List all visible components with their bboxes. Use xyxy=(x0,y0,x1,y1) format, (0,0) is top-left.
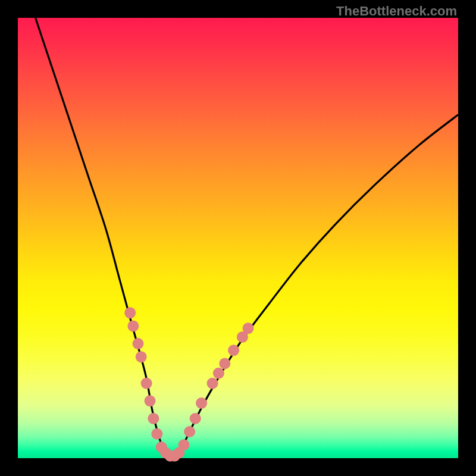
curve-marker xyxy=(141,378,152,389)
curve-marker xyxy=(213,368,224,379)
curve-marker xyxy=(228,345,239,356)
curve-markers xyxy=(124,307,253,462)
curve-marker xyxy=(151,428,162,440)
curve-marker xyxy=(127,321,139,332)
curve-marker xyxy=(207,378,218,389)
curve-marker xyxy=(243,322,254,334)
curve-marker xyxy=(145,395,156,406)
curve-marker xyxy=(219,358,230,369)
curve-marker xyxy=(190,413,201,424)
curve-marker xyxy=(196,397,207,409)
curve-marker xyxy=(136,351,147,362)
curve-marker xyxy=(184,426,195,437)
curve-marker xyxy=(124,307,136,318)
curve-line xyxy=(36,18,458,458)
bottleneck-curve xyxy=(18,18,458,458)
curve-marker xyxy=(148,413,159,424)
curve-marker xyxy=(178,439,189,450)
curve-marker xyxy=(133,338,144,349)
chart-container: TheBottleneck.com xyxy=(0,0,476,476)
watermark-text: TheBottleneck.com xyxy=(336,4,457,19)
plot-area xyxy=(18,18,458,458)
